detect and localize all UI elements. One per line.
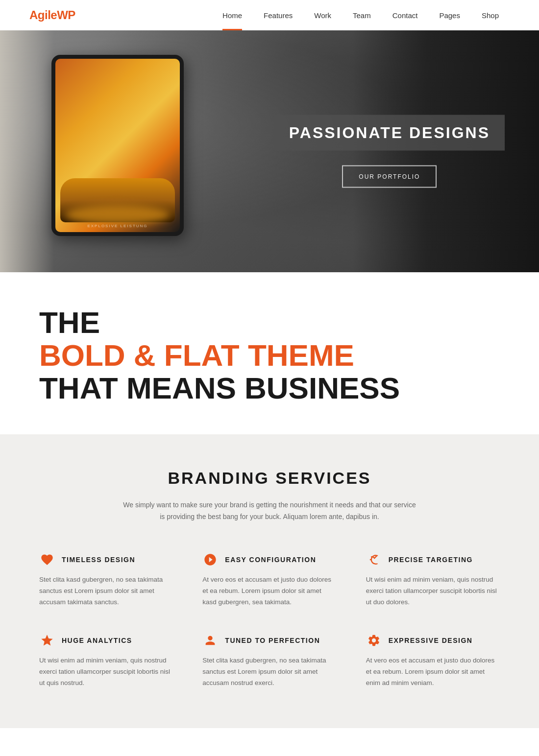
- hero-title-box: PASSIONATE DESIGNS: [274, 115, 505, 151]
- logo-black: Agile: [29, 8, 57, 22]
- service-item-timeless: TIMELESS DESIGN Stet clita kasd gubergre…: [39, 552, 173, 608]
- service-title-timeless: TIMELESS DESIGN: [62, 556, 135, 564]
- service-header-targeting: PRECISE TARGETING: [366, 552, 500, 567]
- service-desc-analytics: Ut wisi enim ad minim veniam, quis nostr…: [39, 655, 173, 689]
- services-heading: BRANDING SERVICES: [39, 469, 500, 488]
- euro-icon: [366, 552, 382, 567]
- star-icon: [39, 633, 55, 648]
- logo-orange: WP: [57, 8, 75, 22]
- service-title-expressive: EXPRESSIVE DESIGN: [389, 637, 473, 644]
- service-item-analytics: HUGE ANALYTICS Ut wisi enim ad minim ven…: [39, 633, 173, 689]
- hero-title: PASSIONATE DESIGNS: [289, 124, 490, 142]
- services-grid: TIMELESS DESIGN Stet clita kasd gubergre…: [39, 552, 500, 689]
- service-item-targeting: PRECISE TARGETING Ut wisi enim ad minim …: [366, 552, 500, 608]
- nav-team[interactable]: Team: [342, 0, 382, 30]
- service-header-timeless: TIMELESS DESIGN: [39, 552, 173, 567]
- gear-icon: [366, 633, 382, 648]
- service-item-expressive: EXPRESSIVE DESIGN At vero eos et accusam…: [366, 633, 500, 689]
- nav-pages[interactable]: Pages: [428, 0, 471, 30]
- site-logo[interactable]: AgileWP: [29, 8, 75, 22]
- nav-contact[interactable]: Contact: [382, 0, 429, 30]
- tagline-section: THE BOLD & FLAT THEME THAT MEANS BUSINES…: [0, 272, 539, 434]
- service-title-analytics: HUGE ANALYTICS: [62, 637, 132, 644]
- config-icon: [202, 552, 218, 567]
- service-header-config: EASY CONFIGURATION: [202, 552, 336, 567]
- nav-home[interactable]: Home: [212, 0, 253, 30]
- tagline-line1: THE: [39, 306, 100, 339]
- tagline-line2: BOLD & FLAT THEME: [39, 338, 354, 372]
- person-icon: [202, 633, 218, 648]
- service-title-config: EASY CONFIGURATION: [225, 556, 316, 564]
- service-item-config: EASY CONFIGURATION At vero eos et accusa…: [202, 552, 336, 608]
- hero-section: EXPLOSIVE LEISTUNG PASSIONATE DESIGNS OU…: [0, 30, 539, 272]
- tagline-line3: THAT MEANS BUSINESS: [39, 371, 400, 405]
- service-title-perfection: TUNED TO PERFECTION: [225, 637, 320, 644]
- nav-features[interactable]: Features: [253, 0, 303, 30]
- service-header-analytics: HUGE ANALYTICS: [39, 633, 173, 648]
- service-title-targeting: PRECISE TARGETING: [389, 556, 473, 564]
- service-header-perfection: TUNED TO PERFECTION: [202, 633, 336, 648]
- service-desc-expressive: At vero eos et accusam et justo duo dolo…: [366, 655, 500, 689]
- nav-work[interactable]: Work: [303, 0, 342, 30]
- nav-shop[interactable]: Shop: [471, 0, 510, 30]
- service-desc-perfection: Stet clita kasd gubergren, no sea takima…: [202, 655, 336, 689]
- tablet-mockup: EXPLOSIVE LEISTUNG: [51, 55, 184, 236]
- hero-cta-button[interactable]: OUR PORTFOLIO: [342, 165, 437, 188]
- services-section: BRANDING SERVICES We simply want to make…: [0, 434, 539, 728]
- heart-icon: [39, 552, 55, 567]
- hero-content: PASSIONATE DESIGNS OUR PORTFOLIO: [274, 115, 505, 188]
- main-nav: Home Features Work Team Contact Pages Sh…: [212, 0, 510, 30]
- services-subtitle: We simply want to make sure your brand i…: [122, 499, 416, 523]
- hero-curtain-decor: [0, 30, 54, 272]
- service-desc-targeting: Ut wisi enim ad minim veniam, quis nostr…: [366, 574, 500, 608]
- tablet-caption: EXPLOSIVE LEISTUNG: [55, 224, 180, 228]
- site-header: AgileWP Home Features Work Team Contact …: [0, 0, 539, 30]
- service-header-expressive: EXPRESSIVE DESIGN: [366, 633, 500, 648]
- tagline-heading: THE BOLD & FLAT THEME THAT MEANS BUSINES…: [39, 307, 500, 405]
- service-desc-config: At vero eos et accusam et justo duo dolo…: [202, 574, 336, 608]
- service-item-perfection: TUNED TO PERFECTION Stet clita kasd gube…: [202, 633, 336, 689]
- service-desc-timeless: Stet clita kasd gubergren, no sea takima…: [39, 574, 173, 608]
- tablet-screen: [55, 59, 180, 232]
